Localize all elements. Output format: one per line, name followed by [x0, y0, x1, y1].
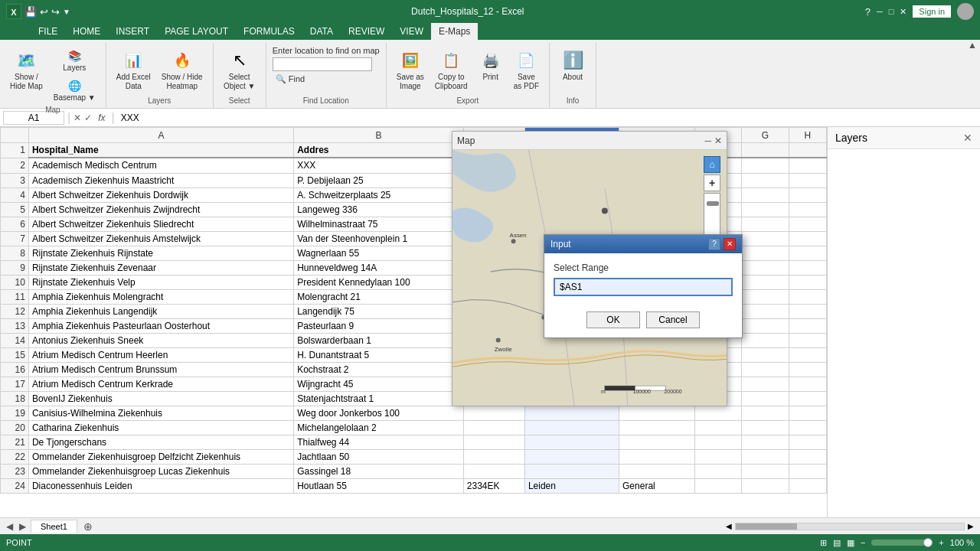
cell-15-7[interactable] — [789, 348, 826, 363]
cell-10-1[interactable]: President Kennedylaan 100 — [294, 276, 464, 290]
map-minimize-btn[interactable]: ─ — [704, 135, 711, 146]
row-header-2[interactable]: 2 — [1, 158, 29, 173]
cell-24-1[interactable]: Houtlaan 55 — [294, 479, 464, 494]
copy-to-clipboard-btn[interactable]: 📋 Copy toClipboard — [431, 46, 472, 93]
cell-10-7[interactable] — [789, 276, 826, 290]
row-header-5[interactable]: 5 — [1, 203, 29, 217]
dialog-cancel-btn[interactable]: Cancel — [646, 311, 700, 328]
row-header-19[interactable]: 19 — [1, 406, 29, 421]
tab-page-layout[interactable]: PAGE LAYOUT — [157, 23, 236, 40]
cell-10-6[interactable] — [742, 276, 789, 290]
cell-21-0[interactable]: De Tjongerschans — [28, 435, 293, 450]
find-btn[interactable]: 🔍 Find — [273, 73, 380, 85]
cell-13-1[interactable]: Pasteurlaan 9 — [294, 319, 464, 334]
zoom-home-btn[interactable]: ⌂ — [704, 156, 720, 173]
redo-btn[interactable]: ↪ — [51, 6, 60, 18]
quick-access-save[interactable]: 💾 — [24, 6, 37, 18]
cell-18-1[interactable]: Statenjachtstraat 1 — [294, 392, 464, 406]
cell-5-0[interactable]: Albert Schweitzer Ziekenhuis Zwijndrecht — [28, 203, 293, 217]
cell-23-4[interactable] — [619, 465, 695, 479]
save-as-pdf-btn[interactable]: 📄 Saveas PDF — [510, 46, 543, 93]
row-header-14[interactable]: 14 — [1, 334, 29, 348]
cell-17-6[interactable] — [742, 377, 789, 392]
cell-6-0[interactable]: Albert Schweitzer Ziekenhuis Sliedrecht — [28, 217, 293, 232]
cell-24-7[interactable] — [789, 479, 826, 494]
cell-2-7[interactable] — [789, 158, 826, 173]
cell-23-0[interactable]: Ommelander Ziekenhuisgroep Lucas Ziekenh… — [28, 465, 293, 479]
cell-13-7[interactable] — [789, 319, 826, 334]
cell-20-7[interactable] — [789, 421, 826, 435]
cell-23-1[interactable]: Gassingel 18 — [294, 465, 464, 479]
row-header-7[interactable]: 7 — [1, 232, 29, 246]
close-btn[interactable]: ✕ — [900, 7, 906, 17]
cell-14-6[interactable] — [742, 334, 789, 348]
cell-4-6[interactable] — [742, 188, 789, 203]
cell-11-6[interactable] — [742, 290, 789, 305]
cell-5-6[interactable] — [742, 203, 789, 217]
cell-20-3[interactable] — [524, 421, 619, 435]
cell-24-6[interactable] — [742, 479, 789, 494]
layers-btn[interactable]: 📚 Layers — [50, 46, 100, 74]
cell-3-7[interactable] — [789, 173, 826, 188]
cell-3-1[interactable]: P. Debijelaan 25 — [294, 173, 464, 188]
row-header-22[interactable]: 22 — [1, 450, 29, 465]
cell-19-0[interactable]: Canisius-Wilhelmina Ziekenhuis — [28, 406, 293, 421]
cell-2-0[interactable]: Academisch Medisch Centrum — [28, 158, 293, 173]
cell-22-3[interactable] — [524, 450, 619, 465]
formula-cancel-icon[interactable]: ✕ — [74, 112, 81, 123]
hscrollbar[interactable] — [735, 523, 965, 530]
zoom-in-btn[interactable]: + — [704, 174, 720, 191]
cell-11-7[interactable] — [789, 290, 826, 305]
tab-emaps[interactable]: E-Maps — [431, 23, 478, 40]
row-header-20[interactable]: 20 — [1, 421, 29, 435]
cell-17-0[interactable]: Atrium Medisch Centrum Kerkrade — [28, 377, 293, 392]
cell-6-6[interactable] — [742, 217, 789, 232]
cell-4-0[interactable]: Albert Schweitzer Ziekenhuis Dordwijk — [28, 188, 293, 203]
col-header-a[interactable]: A — [28, 128, 293, 143]
cell-15-0[interactable]: Atrium Medisch Centrum Heerlen — [28, 348, 293, 363]
row-header-8[interactable]: 8 — [1, 246, 29, 261]
sheet-next-btn[interactable]: ▶ — [16, 521, 29, 532]
cell-9-0[interactable]: Rijnstate Ziekenhuis Zevenaar — [28, 261, 293, 276]
cell-16-6[interactable] — [742, 363, 789, 377]
cell-9-1[interactable]: Hunneveldweg 14A — [294, 261, 464, 276]
row-header-3[interactable]: 3 — [1, 173, 29, 188]
cell-1-6[interactable] — [742, 143, 789, 158]
cell-21-1[interactable]: Thialfweg 44 — [294, 435, 464, 450]
find-location-input[interactable] — [273, 57, 372, 71]
tab-view[interactable]: VIEW — [392, 23, 431, 40]
cell-22-0[interactable]: Ommelander Ziekenhuisgroep Delfzicht Zie… — [28, 450, 293, 465]
col-header-b[interactable]: B — [294, 128, 464, 143]
cell-15-1[interactable]: H. Dunantstraat 5 — [294, 348, 464, 363]
cell-19-1[interactable]: Weg door Jonkerbos 100 — [294, 406, 464, 421]
cell-1-1[interactable]: Addres — [294, 143, 464, 158]
tab-insert[interactable]: INSERT — [108, 23, 157, 40]
row-header-10[interactable]: 10 — [1, 276, 29, 290]
cell-5-7[interactable] — [789, 203, 826, 217]
cell-3-0[interactable]: Academisch Ziekenhuis Maastricht — [28, 173, 293, 188]
cell-22-6[interactable] — [742, 450, 789, 465]
cell-7-0[interactable]: Albert Schweitzer Ziekenhuis Amstelwijck — [28, 232, 293, 246]
map-close-btn[interactable]: ✕ — [714, 135, 722, 146]
cell-7-6[interactable] — [742, 232, 789, 246]
basemap-btn[interactable]: 🌐 Basemap ▼ — [50, 76, 100, 104]
cell-22-5[interactable] — [694, 450, 742, 465]
zoom-in-status-btn[interactable]: + — [939, 538, 943, 547]
cell-23-6[interactable] — [742, 465, 789, 479]
cell-20-5[interactable] — [694, 421, 742, 435]
formula-input[interactable] — [118, 112, 977, 123]
cell-24-3[interactable]: Leiden — [524, 479, 619, 494]
col-header-h[interactable]: H — [789, 128, 826, 143]
cell-4-7[interactable] — [789, 188, 826, 203]
scroll-right-btn[interactable]: ▶ — [968, 522, 974, 530]
cell-4-1[interactable]: A. Schweitzerplaats 25 — [294, 188, 464, 203]
cell-14-0[interactable]: Antonius Ziekenhuis Sneek — [28, 334, 293, 348]
cell-22-4[interactable] — [619, 450, 695, 465]
add-sheet-btn[interactable]: ⊕ — [77, 519, 99, 534]
signin-btn[interactable]: Sign in — [913, 5, 951, 18]
cell-23-7[interactable] — [789, 465, 826, 479]
cell-8-1[interactable]: Wagnerlaan 55 — [294, 246, 464, 261]
cell-21-3[interactable] — [524, 435, 619, 450]
show-hide-heatmap-btn[interactable]: 🔥 Show / HideHeatmap — [158, 46, 207, 93]
cell-21-2[interactable] — [463, 435, 524, 450]
